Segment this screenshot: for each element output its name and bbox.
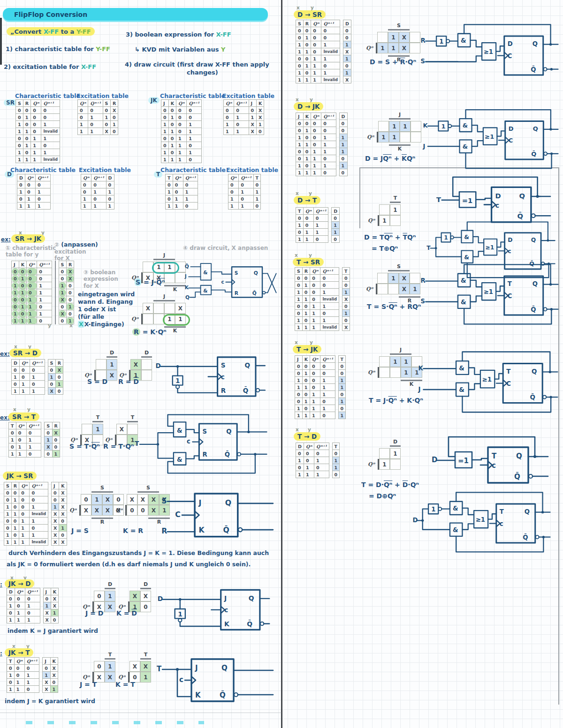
table-header-row: D (343, 20, 351, 27)
cell: X (43, 609, 51, 616)
table-row: X0 (45, 443, 60, 450)
cell: 0 (296, 229, 304, 236)
cell: X (48, 388, 55, 395)
column-header: D (106, 174, 114, 181)
truth-table: JKQⁿQⁿ⁺¹00000100100111010011011010111110 (161, 99, 202, 163)
cell: 1 (320, 384, 335, 391)
kmap-cell (411, 132, 421, 143)
cell: 0 (19, 268, 26, 275)
cell: 0 (110, 128, 118, 135)
cell: 0 (36, 181, 50, 188)
truth-table: JKQⁿQⁿ⁺¹00000100100111010011011010111110 (11, 261, 52, 324)
cell: 1 (253, 195, 261, 203)
column-header: Qⁿ (27, 261, 37, 268)
cell: 1 (311, 162, 321, 169)
cell: X (51, 602, 58, 609)
cell: 1 (78, 128, 88, 135)
table-header-row: JK (43, 588, 59, 595)
cell: 1 (41, 149, 60, 156)
truth-table: SRQⁿQⁿ⁺¹000001001001110Invalid0011011010… (4, 482, 48, 546)
truth-table: QⁿQⁿ⁺¹D000011100111 (81, 174, 114, 210)
table-row: 0100 (12, 275, 52, 282)
cell: 1 (296, 41, 304, 48)
cell: 1 (296, 141, 304, 148)
table-header-row: QⁿQⁿ⁺¹JK (224, 100, 264, 107)
table-header-row: TQⁿQⁿ⁺¹ (296, 208, 328, 215)
table-header-row: TQⁿQⁿ⁺¹ (166, 174, 198, 181)
svg-text:Q: Q (516, 452, 522, 460)
y-label: y (309, 190, 312, 196)
y-truth-table: DQⁿQⁿ⁺¹000101010111 (7, 588, 40, 623)
table-pair-sr-d: DQⁿQⁿ⁺¹000101010111 SR0X1001X0 (11, 359, 63, 395)
cell: 1 (321, 55, 340, 62)
table-row: 0 (338, 391, 346, 398)
table-row: 110 (9, 450, 41, 458)
table-row: 010 (12, 381, 45, 388)
column-header: R (52, 422, 60, 429)
svg-text:Q: Q (244, 361, 250, 369)
table-row: 0110 (12, 303, 52, 310)
cell: 0 (296, 450, 304, 457)
cell: 0 (311, 134, 321, 141)
cell: 1 (332, 457, 340, 464)
kmap-part: S (388, 263, 410, 270)
equation-segment: J = S (71, 527, 89, 534)
cell: 0 (338, 363, 346, 370)
cell: 0 (30, 367, 45, 374)
kmap-part (376, 284, 377, 294)
cell: 1 (11, 496, 19, 503)
table-row: 011 (296, 229, 328, 236)
table-row: 0X (51, 489, 67, 496)
cell: 0 (332, 450, 340, 457)
svg-text:Q: Q (533, 125, 538, 132)
table-row: 1101 (12, 289, 52, 296)
kmap-cell: X (130, 359, 141, 370)
table-row: 10 (59, 289, 74, 296)
cell: 0 (311, 127, 321, 134)
cell: 0 (48, 367, 55, 374)
cell: 0 (9, 429, 16, 436)
cell: 1 (256, 121, 264, 128)
cell: 1 (303, 34, 311, 41)
x-label: x (13, 406, 16, 412)
svg-text:S: S (221, 361, 226, 369)
cell: Invalid (321, 48, 340, 55)
kmap-cell (390, 367, 401, 378)
d-characteristic-table: DQⁿQⁿ⁺¹000101010111 (17, 174, 51, 210)
equation-segment: J = T (80, 681, 97, 688)
cell: 1 (17, 188, 25, 195)
svg-text:R: R (202, 451, 207, 458)
svg-text:J: J (195, 664, 198, 672)
kmap-cell (96, 359, 107, 370)
circuit-sr-t: T&&cSRQQ̄ (132, 410, 268, 479)
table-row: 10 (59, 282, 74, 289)
cell: 0 (303, 148, 311, 155)
kmap-cell: X (137, 494, 148, 505)
equation-t-1: T = D·Qⁿ + D·Qⁿ (361, 481, 419, 488)
cell: 1 (7, 686, 15, 693)
table-header-row: QⁿQⁿ⁺¹T (228, 174, 261, 181)
svg-text:≥1: ≥1 (485, 133, 494, 140)
svg-text:≥1: ≥1 (485, 244, 494, 251)
column-header: Qⁿ⁺¹ (37, 261, 52, 268)
column-header: D (17, 174, 25, 181)
cell: 0 (17, 195, 25, 203)
cell: 1 (320, 405, 335, 412)
table-row: 101 (296, 222, 328, 229)
table-row: 1001 (4, 503, 48, 510)
equation-s: S = D (87, 378, 107, 385)
cell: 0 (66, 310, 74, 317)
table-row: 0100 (296, 34, 340, 41)
table-row: 110 (228, 203, 261, 210)
table-header-row: JKQⁿQⁿ⁺¹ (295, 356, 335, 363)
cell: 0 (52, 436, 60, 443)
y-truth-table: JKQⁿQⁿ⁺¹00000100100111010011011010111110 (296, 113, 336, 176)
column-header: Qⁿ⁺¹ (187, 100, 201, 107)
cell: 0 (25, 188, 35, 195)
cell: 1 (302, 370, 310, 377)
column-header: T (253, 174, 261, 181)
column-header: D (343, 20, 351, 27)
cell: 0 (88, 107, 103, 114)
svg-text:Q: Q (533, 280, 538, 287)
table-row: X (343, 48, 351, 55)
